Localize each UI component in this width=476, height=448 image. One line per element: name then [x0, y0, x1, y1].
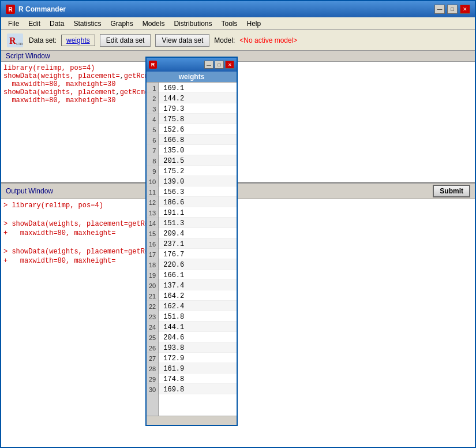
menu-data[interactable]: Data: [45, 18, 69, 29]
row-value: 220.6: [159, 259, 237, 270]
row-number: 15: [147, 228, 158, 238]
menu-models[interactable]: Models: [138, 18, 170, 29]
row-number: 28: [147, 363, 158, 374]
float-minimize-button[interactable]: —: [204, 61, 213, 69]
r-title-icon: R: [6, 5, 15, 14]
menu-edit[interactable]: Edit: [24, 18, 45, 29]
row-number: 5: [147, 124, 158, 135]
output-line-blank2: [3, 238, 473, 247]
menu-distributions[interactable]: Distributions: [169, 18, 216, 29]
float-r-icon: R: [149, 61, 157, 69]
title-bar-buttons: — □ ✕: [434, 5, 470, 14]
float-close-button[interactable]: ✕: [225, 61, 234, 69]
menu-help[interactable]: Help: [242, 18, 266, 29]
edit-dataset-button[interactable]: Edit data set: [100, 34, 151, 47]
menu-file[interactable]: File: [3, 18, 24, 29]
output-line-blank1: [3, 211, 473, 219]
submit-button[interactable]: Submit: [433, 185, 470, 197]
row-number: 20: [147, 280, 158, 290]
row-value: 191.1: [159, 207, 237, 218]
row-number: 7: [147, 145, 158, 155]
data-values: 169.1144.2179.3175.8152.6166.8135.0201.5…: [159, 83, 237, 416]
script-line-5: maxwidth=80, maxheight=30: [3, 96, 473, 104]
data-table-header: weights: [147, 72, 237, 83]
row-number: 6: [147, 135, 158, 145]
row-value: 172.9: [159, 353, 237, 363]
dataset-name-button[interactable]: weights: [61, 35, 95, 46]
minimize-button[interactable]: —: [434, 5, 445, 14]
row-value: 164.2: [159, 290, 237, 301]
row-number: 24: [147, 322, 158, 332]
row-value: 193.8: [159, 342, 237, 353]
menu-statistics[interactable]: Statistics: [69, 18, 106, 29]
row-value: 237.1: [159, 238, 237, 249]
row-number: 23: [147, 311, 158, 322]
row-value: 162.4: [159, 301, 237, 311]
maximize-button[interactable]: □: [447, 5, 458, 14]
script-header: Script Window: [1, 51, 475, 62]
output-line-3: > showData(weights, placement=getRcmdr('…: [3, 220, 473, 228]
row-number: 16: [147, 238, 158, 249]
row-number: 27: [147, 353, 158, 363]
row-value: 169.8: [159, 384, 237, 394]
row-value: 175.8: [159, 114, 237, 124]
row-number: 18: [147, 259, 158, 270]
float-title-buttons: — □ ✕: [204, 61, 234, 69]
model-value: <No active model>: [239, 36, 297, 44]
row-number: 17: [147, 249, 158, 259]
toolbar: R cmdr Data set: weights Edit data set V…: [1, 30, 475, 51]
script-line-1: library(relimp, pos=4): [3, 64, 473, 72]
main-window: R R Commander — □ ✕ File Edit Data Stati…: [0, 0, 476, 448]
content-area: Script Window library(relimp, pos=4) sho…: [1, 51, 475, 447]
script-content[interactable]: library(relimp, pos=4) showData(weights,…: [1, 62, 475, 182]
row-number: 4: [147, 114, 158, 124]
row-number: 10: [147, 176, 158, 186]
row-value: 156.3: [159, 186, 237, 197]
output-section: Output Window Submit > library(relimp, p…: [1, 184, 475, 447]
row-value: 209.4: [159, 228, 237, 238]
row-value: 166.8: [159, 135, 237, 145]
row-number: 21: [147, 290, 158, 301]
row-value: 179.3: [159, 103, 237, 114]
model-label: Model:: [214, 36, 235, 44]
row-number: 8: [147, 155, 158, 166]
row-value: 151.8: [159, 311, 237, 322]
row-number: 14: [147, 218, 158, 228]
output-line-4: + maxwidth=80, maxheight=: [3, 229, 473, 237]
row-value: 144.1: [159, 322, 237, 332]
float-title-bar: R — □ ✕: [147, 58, 237, 72]
output-line-1: > library(relimp, pos=4): [3, 201, 473, 210]
row-value: 204.6: [159, 332, 237, 342]
row-number: 11: [147, 186, 158, 197]
script-section: Script Window library(relimp, pos=4) sho…: [1, 51, 475, 184]
float-maximize-button[interactable]: □: [215, 61, 224, 69]
output-line-7: + maxwidth=80, maxheight=: [3, 257, 473, 265]
output-header-row: Output Window Submit: [1, 184, 475, 199]
output-header: Output Window: [6, 187, 53, 195]
row-number: 9: [147, 166, 158, 176]
data-table-container: weights 12345678910111213141516171819202…: [147, 72, 237, 425]
data-table-body[interactable]: 1234567891011121314151617181920212223242…: [147, 83, 237, 416]
close-button[interactable]: ✕: [460, 5, 470, 14]
script-line-2: showData(weights, placement=,getRcmdr('l…: [3, 72, 473, 80]
row-value: 176.7: [159, 249, 237, 259]
svg-text:cmdr: cmdr: [16, 40, 23, 46]
menu-graphs[interactable]: Graphs: [106, 18, 137, 29]
row-number: 30: [147, 384, 158, 394]
row-value: 174.8: [159, 374, 237, 384]
row-value: 135.0: [159, 145, 237, 155]
row-number: 22: [147, 301, 158, 311]
row-number: 1: [147, 83, 158, 93]
script-line-3: maxwidth=80, maxheight=30: [3, 80, 473, 88]
output-content[interactable]: > library(relimp, pos=4) > showData(weig…: [1, 199, 475, 447]
svg-text:R: R: [9, 36, 16, 46]
bottom-scrollbar[interactable]: [147, 416, 237, 425]
r-logo: R cmdr: [6, 32, 24, 48]
view-dataset-button[interactable]: View data set: [155, 34, 209, 47]
row-value: 139.0: [159, 176, 237, 186]
title-bar: R R Commander — □ ✕: [1, 1, 475, 17]
row-number: 12: [147, 197, 158, 207]
output-line-6: > showData(weights, placement=getRcmdr('…: [3, 248, 473, 256]
menu-tools[interactable]: Tools: [216, 18, 242, 29]
row-numbers: 1234567891011121314151617181920212223242…: [147, 83, 159, 416]
